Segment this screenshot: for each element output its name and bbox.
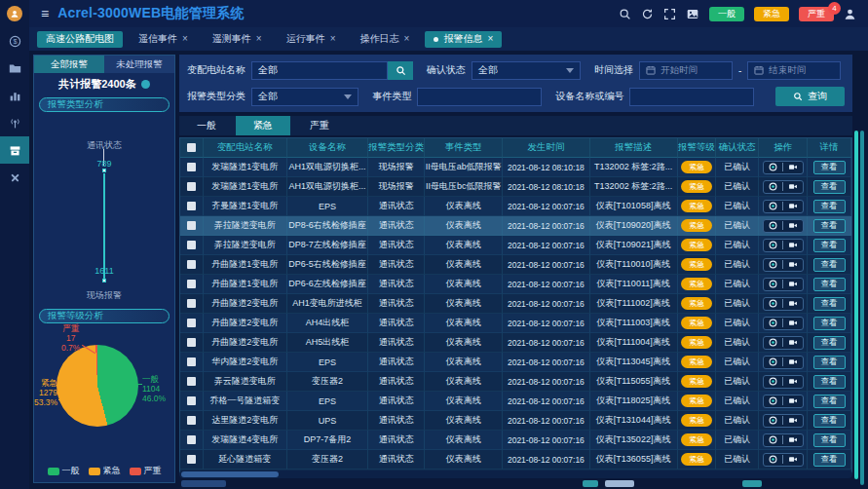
view-button[interactable]: 查看 (813, 336, 846, 350)
table-row[interactable]: 发瑞隧道1变电所 AH1双电源切换柜... 现场报警 II母电压ab低限报警 2… (180, 158, 851, 177)
sidebar-item-alarm-archive[interactable] (0, 136, 29, 164)
legend-item-severe[interactable]: 严重 (130, 465, 162, 477)
view-button[interactable]: 查看 (813, 453, 846, 467)
nav-tab-operation-events[interactable]: 运行事件 (278, 31, 345, 48)
legend-item-normal[interactable]: 一般 (48, 465, 80, 477)
record-icon[interactable] (769, 416, 777, 425)
video-icon[interactable] (788, 338, 798, 347)
view-button[interactable]: 查看 (813, 219, 846, 233)
record-icon[interactable] (769, 319, 777, 327)
record-icon[interactable] (769, 163, 777, 171)
record-icon[interactable] (769, 357, 777, 366)
end-time-picker[interactable]: 结束时间 (747, 61, 841, 80)
view-button[interactable]: 查看 (813, 375, 846, 389)
close-icon[interactable] (182, 34, 188, 44)
video-icon[interactable] (788, 357, 798, 366)
table-row[interactable]: 乔格一号隧道箱变 EPS 通讯状态 仪表离线 2021-08-12 00:07:… (180, 392, 851, 411)
close-icon[interactable] (330, 34, 336, 44)
record-icon[interactable] (769, 435, 777, 444)
row-checkbox[interactable] (187, 260, 196, 269)
start-time-picker[interactable]: 开始时间 (639, 61, 733, 80)
table-row[interactable]: 丹曲隧道2变电所 AH5出线柜 通讯状态 仪表离线 2021-08-12 00:… (180, 333, 851, 353)
record-icon[interactable] (769, 377, 777, 386)
video-icon[interactable] (788, 377, 798, 386)
row-checkbox[interactable] (187, 163, 196, 171)
view-button[interactable]: 查看 (813, 239, 846, 252)
table-row[interactable]: 弄拉隧道变电所 DP8-6右线检修插座 通讯状态 仪表离线 2021-08-12… (180, 216, 851, 236)
confirm-status-select[interactable]: 全部 (472, 61, 581, 80)
row-checkbox[interactable] (187, 202, 196, 210)
sidebar-item-energy[interactable]: $ (0, 27, 29, 55)
record-icon[interactable] (769, 455, 777, 464)
device-filter-input[interactable] (629, 88, 754, 106)
view-button[interactable]: 查看 (813, 433, 846, 447)
view-button[interactable]: 查看 (813, 258, 846, 272)
event-type-input[interactable] (417, 88, 542, 106)
row-checkbox[interactable] (187, 435, 196, 444)
level-badge-normal[interactable]: 一般 (709, 7, 744, 21)
alarm-type-select[interactable]: 全部 (251, 88, 359, 106)
table-row[interactable]: 发瑞隧道4变电所 DP7-7备用2 通讯状态 仪表离线 2021-08-12 0… (180, 431, 851, 450)
record-icon[interactable] (769, 260, 777, 269)
row-checkbox[interactable] (187, 377, 196, 386)
video-icon[interactable] (788, 416, 798, 425)
legend-item-emergency[interactable]: 紧急 (89, 465, 121, 477)
table-row[interactable]: 达里隧道2变电所 UPS 通讯状态 仪表离线 2021-08-12 00:07:… (180, 411, 851, 431)
nav-tab-telesignal-events[interactable]: 遥信事件 (130, 31, 197, 48)
nav-tab-telemetry-events[interactable]: 遥测事件 (204, 31, 271, 48)
view-button[interactable]: 查看 (813, 200, 846, 213)
select-all-checkbox[interactable] (187, 143, 196, 152)
nav-tab-operation-log[interactable]: 操作日志 (352, 31, 419, 48)
vertical-scrollbar-thumb[interactable] (854, 131, 858, 479)
view-button[interactable]: 查看 (813, 278, 846, 291)
table-row[interactable]: 弄拉隧道变电所 DP8-7左线检修插座 通讯状态 仪表离线 2021-08-12… (180, 236, 851, 255)
sidebar-item-tools[interactable] (0, 164, 29, 191)
close-icon[interactable] (256, 34, 262, 44)
view-button[interactable]: 查看 (813, 317, 846, 330)
record-icon[interactable] (769, 221, 777, 230)
record-icon[interactable] (769, 202, 777, 210)
tab-level-severe[interactable]: 严重 (292, 116, 347, 135)
record-icon[interactable] (769, 241, 777, 249)
table-row[interactable]: 发瑞隧道1变电所 AH1双电源切换柜... 现场报警 II母电压bc低限报警 2… (180, 177, 851, 197)
video-icon[interactable] (788, 221, 798, 230)
info-icon[interactable] (141, 80, 150, 89)
table-row[interactable]: 弄云隧道变电所 变压器2 通讯状态 仪表离线 2021-08-12 00:07:… (180, 372, 851, 392)
user-icon[interactable] (844, 8, 856, 20)
table-row[interactable]: 丹曲隧道2变电所 AH4出线柜 通讯状态 仪表离线 2021-08-12 00:… (180, 314, 851, 333)
fullscreen-icon[interactable] (663, 8, 676, 20)
sidebar-item-monitor[interactable] (0, 109, 29, 136)
video-icon[interactable] (788, 163, 798, 171)
video-icon[interactable] (788, 241, 798, 249)
view-button[interactable]: 查看 (813, 161, 846, 174)
table-row[interactable]: 丹曲隧道2变电所 AH1变电所进线柜 通讯状态 仪表离线 2021-08-12 … (180, 294, 851, 314)
row-checkbox[interactable] (187, 280, 196, 288)
hamburger-menu-icon[interactable] (41, 6, 49, 21)
row-checkbox[interactable] (187, 455, 196, 464)
horizontal-scrollbar-thumb[interactable] (181, 471, 279, 477)
record-icon[interactable] (769, 182, 777, 191)
sidebar-item-reports[interactable] (0, 82, 29, 109)
sidebar-item-avatar[interactable] (0, 0, 29, 27)
table-row[interactable]: 丹曲隧道1变电所 DP6-6左线检修插座 通讯状态 仪表离线 2021-08-1… (180, 275, 851, 294)
sidebar-item-files[interactable] (0, 55, 29, 82)
nav-tab-alarm-info[interactable]: 报警信息 (425, 31, 502, 48)
vertical-scrollbar-track[interactable] (860, 131, 864, 485)
row-checkbox[interactable] (187, 416, 196, 425)
station-filter-input[interactable] (251, 61, 388, 80)
query-button[interactable]: 查询 (775, 87, 845, 106)
table-row[interactable]: 丹曲隧道1变电所 DP6-5右线检修插座 通讯状态 仪表离线 2021-08-1… (180, 255, 851, 275)
row-checkbox[interactable] (187, 221, 196, 230)
row-checkbox[interactable] (187, 338, 196, 347)
table-row[interactable]: 华内隧道2变电所 EPS 通讯状态 仪表离线 2021-08-12 00:07:… (180, 353, 851, 372)
horizontal-scrollbar[interactable] (179, 470, 852, 478)
video-icon[interactable] (788, 455, 798, 464)
video-icon[interactable] (788, 260, 798, 269)
video-icon[interactable] (788, 396, 798, 405)
record-icon[interactable] (769, 396, 777, 405)
row-checkbox[interactable] (187, 396, 196, 405)
row-checkbox[interactable] (187, 319, 196, 327)
row-checkbox[interactable] (187, 182, 196, 191)
level-badge-emergency[interactable]: 紧急 (754, 7, 789, 21)
tab-level-emergency[interactable]: 紧急 (236, 116, 290, 135)
